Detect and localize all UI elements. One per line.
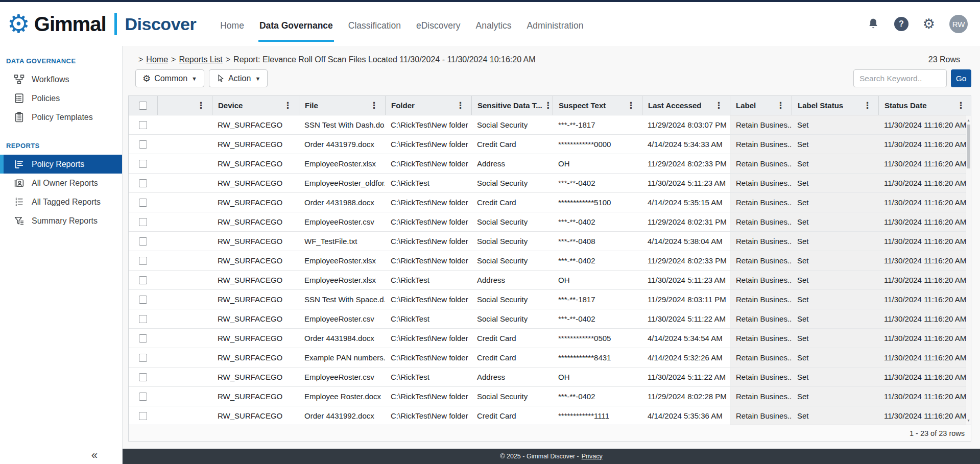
table-row[interactable]: RW_SURFACEGOEmployeeRoster.xlsxC:\RickTe… <box>129 251 971 271</box>
column-header-status-date[interactable]: Status Date⋮ <box>878 96 972 115</box>
column-menu-icon[interactable]: ⋮ <box>862 100 873 111</box>
breadcrumb-link-home[interactable]: Home <box>146 55 168 64</box>
table-row[interactable]: RW_SURFACEGOEmployeeRoster_oldfor...C:\R… <box>129 174 971 193</box>
row-checkbox[interactable] <box>139 354 147 362</box>
table-row[interactable]: RW_SURFACEGOEmployee Roster.docxC:\RickT… <box>129 387 971 406</box>
column-menu-icon[interactable]: ⋮ <box>195 100 207 111</box>
row-checkbox[interactable] <box>139 257 147 265</box>
table-row[interactable]: RW_SURFACEGOOrder 4431988.docxC:\RickTes… <box>129 193 971 212</box>
column-menu-icon[interactable]: ⋮ <box>625 100 637 111</box>
scroll-up-arrow-icon[interactable]: ▲ <box>966 116 971 124</box>
row-checkbox[interactable] <box>139 315 147 323</box>
user-avatar[interactable]: RW <box>949 15 968 33</box>
sidebar-item-policy-reports[interactable]: Policy Reports <box>0 155 122 174</box>
table-row[interactable]: RW_SURFACEGOEmployeeRoster.csvC:\RickTes… <box>129 368 971 387</box>
column-header-file[interactable]: File⋮ <box>299 96 385 115</box>
table-row[interactable]: RW_SURFACEGOOrder 4431979.docxC:\RickTes… <box>129 135 971 154</box>
cell-sensitive-data-type: Social Security <box>471 251 553 270</box>
column-header-label-status[interactable]: Label Status⋮ <box>792 96 878 115</box>
column-header-suspect-text[interactable]: Suspect Text⋮ <box>553 96 642 115</box>
column-menu-icon[interactable]: ⋮ <box>368 100 380 111</box>
column-header-blank[interactable]: ⋮ <box>157 96 212 115</box>
sidebar-item-workflows[interactable]: Workflows <box>0 70 122 89</box>
table-row[interactable]: RW_SURFACEGOEmployeeRoster.xlsxC:\RickTe… <box>129 154 971 174</box>
sidebar-spacer <box>0 230 122 450</box>
nav-tab-classification[interactable]: Classification <box>347 11 402 42</box>
cell-file: WF_TestFile.txt <box>299 232 385 251</box>
row-checkbox[interactable] <box>139 199 147 207</box>
sidebar-collapse-button[interactable]: « <box>91 450 98 461</box>
table-row[interactable]: RW_SURFACEGOWF_TestFile.txtC:\RickTest\N… <box>129 232 971 251</box>
bell-icon[interactable] <box>867 17 880 31</box>
column-header-folder[interactable]: Folder⋮ <box>385 96 471 115</box>
row-checkbox[interactable] <box>139 160 147 168</box>
table-row[interactable]: RW_SURFACEGOEmployeeRoster.xlsxC:\RickTe… <box>129 271 971 290</box>
sidebar-item-summary-reports[interactable]: Summary Reports <box>0 211 122 230</box>
select-all-header-cell[interactable] <box>129 96 157 115</box>
select-all-checkbox[interactable] <box>139 102 147 110</box>
column-menu-icon[interactable]: ⋮ <box>455 100 466 111</box>
row-checkbox[interactable] <box>139 412 147 420</box>
table-row[interactable]: RW_SURFACEGOExample PAN numbers...C:\Ric… <box>129 348 971 368</box>
row-checkbox[interactable] <box>139 296 147 304</box>
settings-gear-icon[interactable]: ⚙ <box>923 17 935 31</box>
cell-folder: C:\RickTest <box>385 271 471 289</box>
sidebar-item-policies[interactable]: Policies <box>0 89 122 108</box>
cell-last-accessed: 4/14/2024 5:34:54 AM <box>642 329 730 348</box>
column-header-label[interactable]: Label⋮ <box>730 96 792 115</box>
action-menu-button[interactable]: Action ▼ <box>209 69 268 87</box>
cell-suspect-text: ***-**-0402 <box>553 251 642 270</box>
row-checkbox[interactable] <box>139 393 147 401</box>
sidebar-item-policy-templates[interactable]: Policy Templates <box>0 108 122 127</box>
table-row[interactable]: RW_SURFACEGOSSN Test With Space.d...C:\R… <box>129 290 971 309</box>
sidebar-item-all-owner-reports[interactable]: All Owner Reports <box>0 174 122 192</box>
row-checkbox[interactable] <box>139 276 147 284</box>
row-checkbox[interactable] <box>139 140 147 149</box>
row-checkbox[interactable] <box>139 179 147 187</box>
cell-folder: C:\RickTest\New folder <box>385 232 471 251</box>
table-row[interactable]: RW_SURFACEGOEmployeeRoster.csvC:\RickTes… <box>129 212 971 232</box>
nav-tab-home[interactable]: Home <box>219 11 245 42</box>
common-menu-button[interactable]: ⚙ Common ▼ <box>135 69 204 87</box>
sidebar-item-all-tagged-reports[interactable]: All Tagged Reports <box>0 192 122 211</box>
column-header-last-accessed[interactable]: Last Accessed⋮ <box>642 96 730 115</box>
sidebar-section-data-governance: DATA GOVERNANCEWorkflowsPoliciesPolicy T… <box>0 53 122 127</box>
action-menu-label: Action <box>228 74 251 83</box>
table-row[interactable]: RW_SURFACEGOOrder 4431984.docxC:\RickTes… <box>129 329 971 348</box>
column-menu-icon[interactable]: ⋮ <box>542 100 553 111</box>
column-menu-icon[interactable]: ⋮ <box>282 100 294 111</box>
row-checkbox[interactable] <box>139 373 147 381</box>
go-button[interactable]: Go <box>951 69 971 87</box>
cell-status-date: 11/30/2024 11:16:20 AM <box>878 329 967 348</box>
row-checkbox[interactable] <box>139 237 147 246</box>
table-row[interactable]: RW_SURFACEGOEmployeeRoster.csvC:\RickTes… <box>129 309 971 329</box>
nav-tab-analytics[interactable]: Analytics <box>475 11 513 42</box>
cell-label: Retain Busines... <box>730 174 792 192</box>
nav-tab-data-governance[interactable]: Data Governance <box>258 11 334 42</box>
vertical-scrollbar[interactable]: ▲ ▼ <box>966 115 971 425</box>
breadcrumb-link-reports-list[interactable]: Reports List <box>179 55 222 64</box>
cell-folder: C:\RickTest <box>385 368 471 386</box>
help-icon[interactable]: ? <box>894 17 909 31</box>
column-header-sensitive-data-t[interactable]: Sensitive Data T...⋮ <box>471 96 553 115</box>
row-checkbox[interactable] <box>139 218 147 226</box>
column-menu-icon[interactable]: ⋮ <box>955 100 967 111</box>
table-row[interactable]: RW_SURFACEGOSSN Test With Dash.do...C:\R… <box>129 115 971 135</box>
scrollbar-thumb[interactable] <box>967 125 970 168</box>
column-menu-icon[interactable]: ⋮ <box>713 100 725 111</box>
table-row[interactable]: RW_SURFACEGOOrder 4431992.docxC:\RickTes… <box>129 406 971 425</box>
sidebar-item-label: Policies <box>32 94 60 103</box>
column-menu-icon[interactable]: ⋮ <box>775 100 786 111</box>
body-wrapper: DATA GOVERNANCEWorkflowsPoliciesPolicy T… <box>0 46 980 464</box>
row-checkbox[interactable] <box>139 121 147 129</box>
privacy-link[interactable]: Privacy <box>582 453 603 460</box>
nav-tab-administration[interactable]: Administration <box>526 11 585 42</box>
cell-device: RW_SURFACEGO <box>212 193 299 212</box>
column-header-device[interactable]: Device⋮ <box>212 96 299 115</box>
row-checkbox[interactable] <box>139 334 147 343</box>
search-input[interactable] <box>853 69 947 87</box>
cell-status-date: 11/30/2024 11:16:20 AM <box>878 309 967 328</box>
scroll-down-arrow-icon[interactable]: ▼ <box>966 417 971 424</box>
brand-logo[interactable]: ⚙ Gimmal Discover <box>7 11 196 37</box>
nav-tab-ediscovery[interactable]: eDiscovery <box>415 11 462 42</box>
